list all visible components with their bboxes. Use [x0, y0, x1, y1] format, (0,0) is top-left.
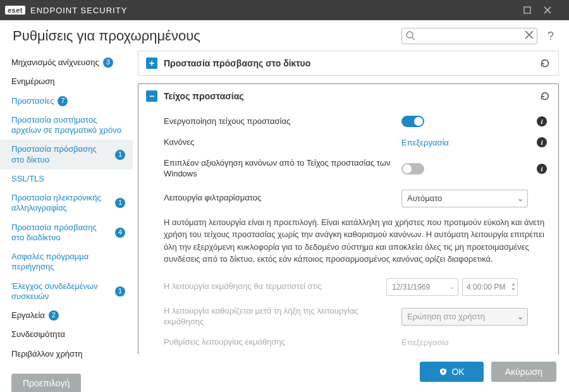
edit-learning-settings-link: Επεξεργασία	[401, 338, 449, 347]
search-icon	[405, 30, 415, 40]
header: Ρυθμίσεις για προχωρημένους ?	[0, 20, 569, 51]
section-network-access: + Προστασία πρόσβασης στο δίκτυο	[138, 51, 559, 76]
sidebar-item-update[interactable]: Ενημέρωση	[0, 72, 133, 91]
collapse-icon[interactable]: −	[146, 90, 157, 102]
row-enable-firewall: Ενεργοποίηση τείχους προστασίας i	[164, 111, 558, 132]
row-learning-end: Η λειτουργία εκμάθησης θα τερματιστεί στ…	[164, 273, 558, 301]
time-value: 4:00:00 PM	[467, 283, 505, 291]
main: + Προστασία πρόσβασης στο δίκτυο − Τείχο…	[133, 51, 569, 392]
sidebar-item-tools[interactable]: Εργαλεία 2	[0, 306, 133, 325]
sidebar-item-email-protection[interactable]: Προστασία ηλεκτρονικής αλληλογραφίας 1	[0, 188, 133, 218]
row-post-learning-mode: Η λειτουργία καθορίζεται μετά τη λήξη τη…	[164, 301, 558, 333]
sidebar-item-label: Προστασία πρόσβασης στο διαδίκτυο	[11, 223, 111, 243]
search-input[interactable]	[401, 28, 537, 44]
svg-point-7	[443, 371, 444, 372]
sidebar-badge: 1	[115, 286, 125, 297]
sidebar-badge: 1	[115, 198, 125, 208]
ok-label: OK	[451, 367, 464, 377]
filter-mode-select[interactable]: Αυτόματο ⌄	[401, 190, 528, 207]
sidebar-item-web-access[interactable]: Προστασία πρόσβασης στο διαδίκτυο 4	[0, 218, 133, 248]
sidebar-item-label: Έλεγχος συνδεδεμένων συσκευών	[11, 281, 111, 302]
select-value: Αυτόματο	[407, 193, 442, 203]
edit-rules-link[interactable]: Επεξεργασία	[401, 138, 449, 147]
row-label: Η λειτουργία καθορίζεται μετά τη λήξη τη…	[164, 306, 395, 328]
reset-icon[interactable]	[539, 90, 551, 102]
sidebar-item-label: Ενημέρωση	[11, 77, 55, 87]
svg-point-3	[407, 32, 413, 38]
sidebar-item-connectivity[interactable]: Συνδεσιμότητα	[0, 325, 133, 344]
sidebar-item-label: Μηχανισμός ανίχνευσης	[11, 58, 99, 68]
post-learning-select: Ερώτηση στο χρήστη ⌄	[401, 308, 528, 326]
sidebar-badge: 2	[49, 310, 59, 321]
section-title: Προστασία πρόσβασης στο δίκτυο	[164, 58, 529, 68]
row-winfw-eval: Επιπλέον αξιολόγηση κανόνων από το Τείχο…	[164, 153, 558, 185]
chevron-down-icon: ⌄	[517, 194, 523, 203]
info-icon[interactable]: i	[537, 137, 547, 147]
sidebar-item-ui[interactable]: Περιβάλλον χρήστη	[0, 345, 133, 364]
ok-button[interactable]: OK	[420, 362, 483, 382]
default-button[interactable]: Προεπιλογή	[11, 374, 81, 392]
chevron-down-icon: ⌄	[517, 312, 523, 321]
svg-line-4	[412, 37, 415, 40]
sidebar-item-realtime-fs[interactable]: Προστασία συστήματος αρχείων σε πραγματι…	[0, 111, 133, 140]
select-value: Ερώτηση στο χρήστη	[407, 312, 485, 321]
sidebar-item-device-control[interactable]: Έλεγχος συνδεδεμένων συσκευών 1	[0, 277, 133, 307]
clear-search-icon[interactable]	[525, 30, 534, 39]
sidebar-badge: 1	[115, 150, 125, 160]
product-name: ENDPOINT SECURITY	[30, 6, 127, 15]
row-label: Επιπλέον αξιολόγηση κανόνων από το Τείχο…	[164, 158, 395, 180]
cancel-button[interactable]: Ακύρωση	[491, 362, 556, 382]
row-label: Η λειτουργία εκμάθησης θα τερματιστεί στ…	[164, 281, 380, 292]
sidebar-item-secure-browser[interactable]: Ασφαλές πρόγραμμα περιήγησης	[0, 247, 133, 277]
shield-icon	[439, 367, 448, 376]
sidebar-item-network-access[interactable]: Προστασία πρόσβασης στο δίκτυο 1	[0, 140, 133, 169]
row-label: Κανόνες	[164, 137, 395, 148]
row-filter-mode: Λειτουργία φιλτραρίσματος Αυτόματο ⌄	[164, 185, 558, 212]
footer: OK Ακύρωση	[133, 354, 569, 392]
info-icon[interactable]: i	[537, 116, 547, 126]
row-rules: Κανόνες Επεξεργασία i	[164, 132, 558, 153]
sidebar-badge: 4	[115, 228, 125, 238]
sidebar-item-label: Περιβάλλον χρήστη	[11, 349, 82, 359]
brand-logo: eset	[5, 6, 25, 15]
section-title: Τείχος προστασίας	[164, 91, 529, 101]
enable-firewall-toggle[interactable]	[401, 116, 424, 127]
learning-end-date: 12/31/1969 ⌄	[386, 278, 458, 296]
reset-icon[interactable]	[539, 58, 551, 69]
window-maximize-icon[interactable]	[523, 6, 544, 14]
page-title: Ρυθμίσεις για προχωρημένους	[13, 28, 394, 44]
sidebar-item-label: Εργαλεία	[11, 310, 45, 321]
titlebar: eset ENDPOINT SECURITY	[0, 0, 569, 20]
time-stepper: ▲▼	[511, 282, 516, 292]
sidebar: Μηχανισμός ανίχνευσης 3 Ενημέρωση Προστα…	[0, 51, 133, 392]
search-wrap	[401, 28, 537, 44]
chevron-down-icon: ⌄	[450, 283, 455, 291]
row-label: Λειτουργία φιλτραρίσματος	[164, 193, 395, 204]
sidebar-item-label: Προστασία ηλεκτρονικής αλληλογραφίας	[11, 193, 111, 214]
section-firewall: − Τείχος προστασίας Ενεργοποίηση τείχους…	[138, 83, 559, 354]
sidebar-item-label: Προστασία συστήματος αρχείων σε πραγματι…	[11, 115, 125, 136]
sidebar-item-label: Προστασίες	[11, 96, 54, 106]
window-close-icon[interactable]	[544, 6, 564, 14]
learning-end-time: 4:00:00 PM ▲▼	[462, 278, 518, 296]
info-icon[interactable]: i	[537, 164, 547, 174]
sidebar-badge: 7	[58, 96, 68, 106]
sidebar-item-label: Συνδεσιμότητα	[11, 329, 65, 340]
row-learning-settings: Ρυθμίσεις λειτουργίας εκμάθησης Επεξεργα…	[164, 332, 558, 353]
winfw-eval-toggle[interactable]	[401, 163, 424, 175]
filter-mode-description: Η αυτόματη λειτουργία είναι η προεπιλογή…	[164, 212, 558, 273]
row-label: Ενεργοποίηση τείχους προστασίας	[164, 116, 395, 127]
sidebar-item-label: SSL/TLS	[11, 174, 44, 184]
sidebar-item-label: Ασφαλές πρόγραμμα περιήγησης	[11, 252, 125, 273]
sidebar-item-ssl-tls[interactable]: SSL/TLS	[0, 169, 133, 188]
expand-icon[interactable]: +	[146, 58, 157, 69]
date-value: 12/31/1969	[392, 283, 430, 291]
sidebar-item-label: Προστασία πρόσβασης στο δίκτυο	[11, 144, 111, 165]
row-label: Ρυθμίσεις λειτουργίας εκμάθησης	[164, 337, 395, 348]
sidebar-item-detection-engine[interactable]: Μηχανισμός ανίχνευσης 3	[0, 53, 133, 72]
sidebar-badge: 3	[103, 58, 113, 68]
sidebar-item-protections[interactable]: Προστασίες 7	[0, 92, 133, 111]
svg-rect-0	[524, 7, 530, 13]
help-button[interactable]: ?	[545, 30, 556, 43]
